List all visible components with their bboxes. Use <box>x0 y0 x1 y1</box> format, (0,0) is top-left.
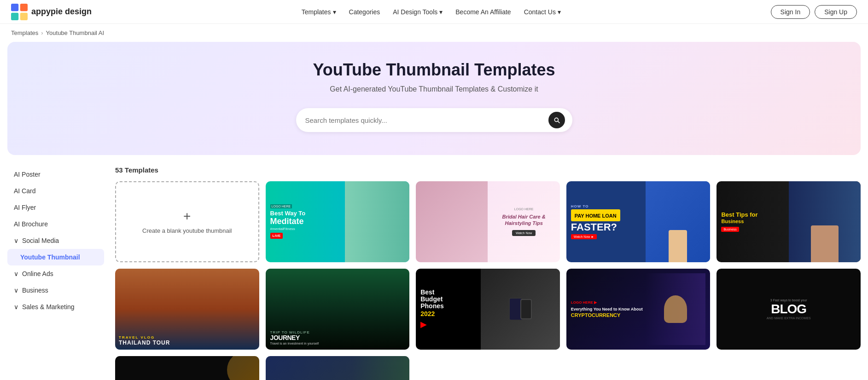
sidebar-item-ai-flyer[interactable]: AI Flyer <box>7 199 104 216</box>
main-nav: Templates ▾ Categories AI Design Tools ▾… <box>302 8 561 16</box>
template-blog[interactable]: 3 Fast ways to boost your BLOG AND MAKE … <box>717 269 861 350</box>
sidebar-item-youtube-thumbnail[interactable]: Youtube Thumbnail <box>7 249 104 265</box>
breadcrumb-templates[interactable]: Templates <box>11 29 38 36</box>
chevron-down-icon: ▾ <box>558 8 561 16</box>
header-actions: Sign In Sign Up <box>771 5 857 19</box>
svg-rect-3 <box>20 12 28 20</box>
breadcrumb-current: Youtube Thumbnail AI <box>46 29 105 36</box>
nav-ai-design-tools[interactable]: AI Design Tools ▾ <box>393 8 443 16</box>
logo-icon <box>11 4 28 20</box>
template-thailand[interactable]: TRAVEL VLOG THAILAND TOUR <box>115 269 259 350</box>
nav-categories[interactable]: Categories <box>349 8 380 16</box>
template-meditate[interactable]: LOGO HERE Best Way ToMeditate #mentalFit… <box>266 181 410 262</box>
template-btc[interactable]: www.yourwebsite.com WHAT IS BTC? <box>115 356 259 380</box>
hero-section: YouTube Thumbnail Templates Get AI-gener… <box>7 42 861 155</box>
chevron-right-icon: ∨ <box>14 287 18 294</box>
sidebar-group-online-ads[interactable]: ∨ Online Ads <box>7 265 104 282</box>
templates-count: 53 Templates <box>115 166 861 174</box>
sidebar-group-business[interactable]: ∨ Business <box>7 282 104 299</box>
svg-rect-0 <box>11 4 18 11</box>
create-blank-label: Create a blank youtube thumbnail <box>142 227 232 234</box>
template-crypto[interactable]: LOGO HERE ▶ Everything You Need to Know … <box>566 269 711 350</box>
plus-icon: + <box>183 209 191 224</box>
main-layout: AI Poster AI Card AI Flyer AI Brochure ∨… <box>0 166 868 380</box>
sidebar-item-ai-poster[interactable]: AI Poster <box>7 166 104 183</box>
template-backpacking[interactable]: TRAVEL VLOG EP.1 BACKPCKINGGUIDE WATCH N… <box>266 356 410 380</box>
search-icon <box>553 116 560 124</box>
template-loan[interactable]: HOW TO PAY HOME LOAN FASTER? Watch Now ► <box>566 181 711 262</box>
templates-grid: + Create a blank youtube thumbnail LOGO … <box>115 181 861 380</box>
search-input[interactable] <box>305 116 548 124</box>
svg-rect-1 <box>20 4 28 11</box>
breadcrumb: Templates › Youtube Thumbnail AI <box>0 24 868 42</box>
sidebar: AI Poster AI Card AI Flyer AI Brochure ∨… <box>7 166 104 380</box>
chevron-down-icon: ▾ <box>439 8 443 16</box>
nav-templates[interactable]: Templates ▾ <box>302 8 336 16</box>
chevron-right-icon: ∨ <box>14 303 18 311</box>
hero-title: YouTube Thumbnail Templates <box>17 60 851 80</box>
create-blank-card[interactable]: + Create a blank youtube thumbnail <box>115 181 259 262</box>
hero-subtitle: Get AI-generated YouTube Thumbnail Templ… <box>17 85 851 93</box>
sidebar-group-social-media[interactable]: ∨ Social Media <box>7 232 104 249</box>
svg-rect-2 <box>11 12 18 20</box>
signup-button[interactable]: Sign Up <box>815 5 857 19</box>
header: appypie design Templates ▾ Categories AI… <box>0 0 868 24</box>
template-bridal[interactable]: LOGO HERE Bridal Hair Care &Hairstyling … <box>416 181 560 262</box>
template-wildlife[interactable]: TRIP TO WILDLIFE JOURNEY Travel is an in… <box>266 269 410 350</box>
content-area: 53 Templates + Create a blank youtube th… <box>115 166 861 380</box>
template-phones[interactable]: BestBudgetPhones 2022 ▶ <box>416 269 560 350</box>
logo-text: appypie design <box>31 7 92 17</box>
nav-contact[interactable]: Contact Us ▾ <box>524 8 561 16</box>
breadcrumb-separator: › <box>41 29 43 36</box>
logo[interactable]: appypie design <box>11 4 92 20</box>
nav-affiliate[interactable]: Become An Affiliate <box>455 8 511 16</box>
search-button[interactable] <box>548 112 565 128</box>
chevron-right-icon: ∨ <box>14 270 18 277</box>
sidebar-item-ai-brochure[interactable]: AI Brochure <box>7 216 104 232</box>
search-bar <box>296 108 572 132</box>
template-business[interactable]: Best Tips forBusiness Business <box>717 181 861 262</box>
sidebar-item-ai-card[interactable]: AI Card <box>7 183 104 199</box>
chevron-down-icon: ∨ <box>14 237 18 244</box>
chevron-down-icon: ▾ <box>333 8 336 16</box>
sidebar-group-sales-marketing[interactable]: ∨ Sales & Marketing <box>7 299 104 315</box>
signin-button[interactable]: Sign In <box>771 5 810 19</box>
